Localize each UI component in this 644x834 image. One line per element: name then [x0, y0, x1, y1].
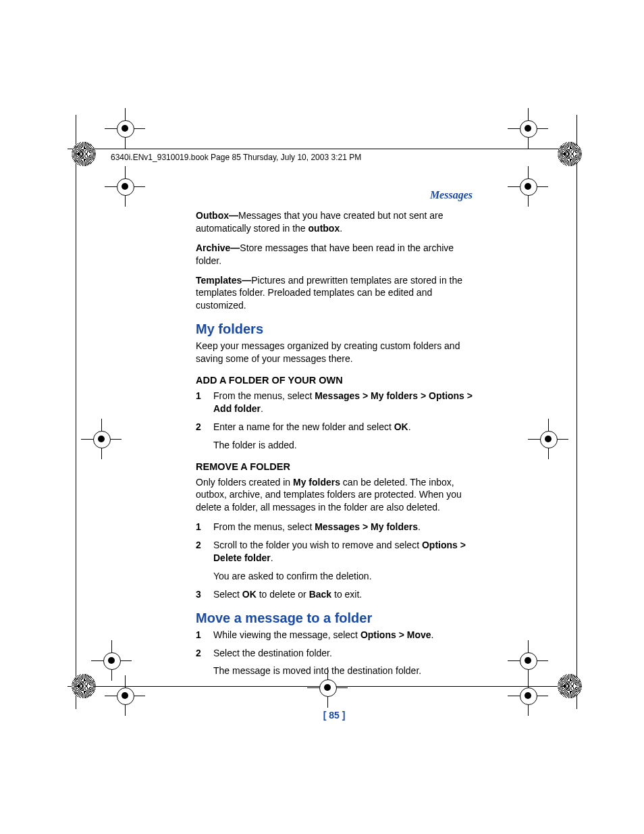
- step-item: 1 While viewing the message, select Opti…: [196, 629, 473, 642]
- lead-label: Templates—: [196, 275, 251, 286]
- menu-path: Messages > My folders: [315, 521, 418, 532]
- page-content: 6340i.ENv1_9310019.book Page 85 Thursday…: [196, 153, 473, 721]
- step-text: Select: [213, 589, 242, 600]
- step-number: 1: [196, 390, 201, 402]
- lead-label: Archive—: [196, 242, 240, 253]
- step-item: 2 Scroll to the folder you wish to remov…: [196, 539, 473, 583]
- move-message-heading: Move a message to a folder: [196, 610, 473, 626]
- crop-line-top: [68, 149, 581, 149]
- bold-term: outbox: [308, 223, 340, 234]
- menu-path: Options > Move: [360, 629, 431, 640]
- move-message-steps: 1 While viewing the message, select Opti…: [196, 629, 473, 678]
- step-result: The message is moved into the destinatio…: [213, 664, 473, 677]
- body-text: Only folders created in: [196, 477, 293, 488]
- register-crosshair-icon: [508, 640, 548, 681]
- step-text: Select the destination folder.: [213, 648, 332, 658]
- remove-folder-steps: 1 From the menus, select Messages > My f…: [196, 521, 473, 600]
- step-number: 1: [196, 629, 201, 642]
- register-globe-icon: [558, 674, 582, 698]
- body-text: .: [340, 223, 342, 234]
- bold-term: My folders: [293, 477, 340, 488]
- outbox-desc: Outbox—Messages that you have created bu…: [196, 209, 473, 235]
- menu-path: OK: [394, 421, 408, 432]
- crop-line-left: [76, 115, 76, 709]
- step-text: to delete or: [257, 589, 309, 600]
- step-text: While viewing the message, select: [213, 629, 360, 640]
- step-text: .: [261, 403, 263, 414]
- register-crosshair-icon: [105, 108, 145, 149]
- register-crosshair-icon: [105, 166, 145, 207]
- step-text: .: [418, 521, 421, 532]
- step-number: 3: [196, 588, 201, 601]
- step-number: 1: [196, 521, 201, 533]
- templates-desc: Templates—Pictures and prewritten templa…: [196, 274, 473, 313]
- step-text: .: [271, 552, 273, 563]
- step-text: From the menus, select: [213, 390, 315, 401]
- lead-label: Outbox—: [196, 210, 238, 221]
- step-text: .: [431, 629, 434, 640]
- page-number: [ 85 ]: [196, 710, 473, 721]
- step-text: .: [408, 421, 411, 432]
- register-crosshair-icon: [508, 108, 548, 149]
- print-header: 6340i.ENv1_9310019.book Page 85 Thursday…: [111, 153, 475, 162]
- step-item: 1 From the menus, select Messages > My f…: [196, 390, 473, 415]
- step-number: 2: [196, 539, 201, 552]
- remove-folder-desc: Only folders created in My folders can b…: [196, 476, 473, 515]
- step-number: 2: [196, 647, 201, 660]
- step-item: 2 Enter a name for the new folder and se…: [196, 421, 473, 452]
- my-folders-heading: My folders: [196, 321, 473, 337]
- step-item: 2 Select the destination folder. The mes…: [196, 647, 473, 678]
- step-item: 3 Select OK to delete or Back to exit.: [196, 588, 473, 601]
- step-text: Scroll to the folder you wish to remove …: [213, 540, 422, 550]
- step-result: The folder is added.: [213, 439, 473, 452]
- my-folders-desc: Keep your messages organized by creating…: [196, 340, 473, 365]
- register-crosshair-icon: [508, 675, 548, 716]
- register-crosshair-icon: [508, 166, 548, 207]
- menu-path: Back: [309, 589, 331, 600]
- step-text: From the menus, select: [213, 521, 315, 532]
- section-title: Messages: [196, 189, 473, 201]
- register-crosshair-icon: [105, 675, 145, 716]
- remove-folder-heading: REMOVE A FOLDER: [196, 461, 473, 472]
- register-crosshair-icon: [528, 419, 568, 459]
- step-item: 1 From the menus, select Messages > My f…: [196, 521, 473, 533]
- crop-line-right: [576, 115, 577, 709]
- step-result: You are asked to confirm the deletion.: [213, 570, 473, 583]
- step-text: to exit.: [331, 589, 362, 600]
- step-text: Enter a name for the new folder and sele…: [213, 421, 394, 432]
- archive-desc: Archive—Store messages that have been re…: [196, 242, 473, 267]
- register-globe-icon: [558, 142, 582, 166]
- add-folder-steps: 1 From the menus, select Messages > My f…: [196, 390, 473, 452]
- register-crosshair-icon: [81, 419, 122, 459]
- register-globe-icon: [72, 142, 96, 166]
- add-folder-heading: ADD A FOLDER OF YOUR OWN: [196, 375, 473, 386]
- register-crosshair-icon: [91, 640, 132, 681]
- step-number: 2: [196, 421, 201, 434]
- menu-path: OK: [242, 589, 257, 600]
